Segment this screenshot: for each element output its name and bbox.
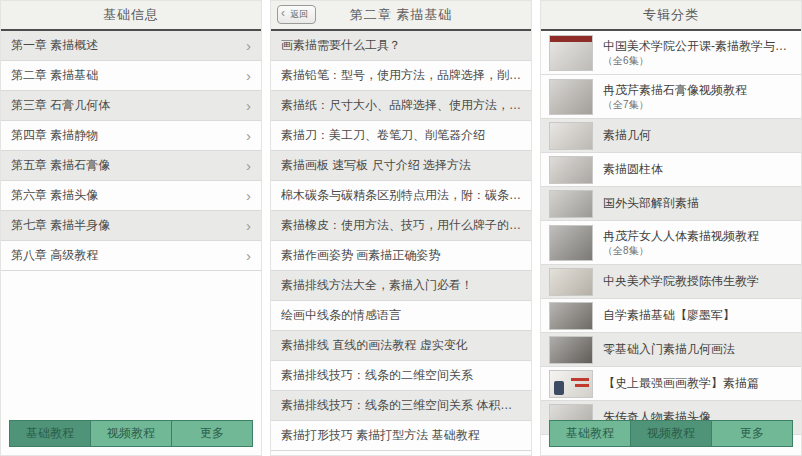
chevron-right-icon: ›	[246, 212, 251, 239]
bottom-tab-bar: 基础教程 视频教程 更多	[9, 420, 253, 447]
tab-basic-tutorial[interactable]: 基础教程	[550, 421, 630, 446]
album-thumbnail	[549, 79, 593, 115]
back-button[interactable]: ‹返回	[277, 5, 316, 24]
album-thumbnail	[549, 190, 593, 218]
thumbnail-figure	[554, 381, 564, 395]
lesson-row[interactable]: 素描纸：尺寸大小、品牌选择、使用方法，详...	[271, 91, 531, 121]
page-title: 基础信息	[103, 7, 159, 22]
chapter-row[interactable]: 第八章 高级教程 ›	[1, 241, 261, 271]
album-row[interactable]: 素描几何	[541, 119, 801, 153]
album-episode-count: （全6集）	[603, 54, 793, 67]
album-row[interactable]: 中国美术学院公开课-素描教学与赏析 （全6集）	[541, 31, 801, 75]
page-title: 专辑分类	[643, 7, 699, 22]
lesson-row[interactable]: 画素描需要什么工具？	[271, 31, 531, 61]
lesson-label: 素描排线方法大全，素描入门必看！	[281, 271, 521, 300]
thumbnail-accent	[571, 378, 589, 381]
chapter-row[interactable]: 第五章 素描石膏像 ›	[1, 151, 261, 181]
lesson-label: 素描铅笔：型号，使用方法，品牌选择，削铅...	[281, 61, 521, 90]
chapter-label: 第五章 素描石膏像	[11, 151, 240, 180]
panel-header: 专辑分类	[541, 1, 801, 31]
basic-info-panel: 基础信息 第一章 素描概述 › 第二章 素描基础 › 第三章 石膏几何体 › 第…	[0, 0, 262, 456]
album-title: 中央美术学院教授陈伟生教学	[603, 274, 759, 289]
lesson-label: 素描打形技巧 素描打型方法 基础教程	[281, 421, 521, 450]
lesson-row[interactable]: 素描排线技巧：线条的三维空间关系 体积的塑造	[271, 391, 531, 421]
tab-more[interactable]: 更多	[711, 421, 792, 446]
album-episode-count: （全7集）	[603, 98, 747, 111]
lesson-row[interactable]: 素描排线方法大全，素描入门必看！	[271, 271, 531, 301]
chapter-label: 第六章 素描头像	[11, 181, 240, 210]
chapter-detail-panel: ‹返回 第二章 素描基础 画素描需要什么工具？ 素描铅笔：型号，使用方法，品牌选…	[270, 0, 532, 456]
lesson-row[interactable]: 素描刀：美工刀、卷笔刀、削笔器介绍	[271, 121, 531, 151]
album-thumbnail	[549, 336, 593, 364]
lesson-label: 素描作画姿势 画素描正确姿势	[281, 241, 521, 270]
album-thumbnail	[549, 122, 593, 150]
album-row[interactable]: 冉茂芹素描石膏像视频教程 （全7集）	[541, 75, 801, 119]
lesson-row[interactable]: 素描排线技巧：线条的二维空间关系	[271, 361, 531, 391]
album-row[interactable]: 【史上最强画画教学】素描篇	[541, 367, 801, 401]
chapter-row[interactable]: 第七章 素描半身像 ›	[1, 211, 261, 241]
bottom-tab-bar: 基础教程 视频教程 更多	[549, 420, 793, 447]
album-row[interactable]: 素描圆柱体	[541, 153, 801, 187]
chapter-label: 第八章 高级教程	[11, 241, 240, 270]
lesson-row[interactable]: 绘画中线条的情感语言	[271, 301, 531, 331]
lesson-label: 素描排线 直线的画法教程 虚实变化	[281, 331, 521, 360]
lesson-label: 棉木碳条与碳精条区别特点用法，附：碳条素...	[281, 181, 521, 210]
album-category-panel: 专辑分类 中国美术学院公开课-素描教学与赏析 （全6集） 冉茂芹素描石膏像视频教…	[540, 0, 802, 456]
chapter-label: 第四章 素描静物	[11, 121, 240, 150]
album-row[interactable]: 自学素描基础【廖墨军】	[541, 299, 801, 333]
panel-header: ‹返回 第二章 素描基础	[271, 1, 531, 31]
back-chevron-icon: ‹	[281, 5, 285, 22]
chapter-row[interactable]: 第四章 素描静物 ›	[1, 121, 261, 151]
lesson-row[interactable]: 素描画板 速写板 尺寸介绍 选择方法	[271, 151, 531, 181]
tab-video-tutorial[interactable]: 视频教程	[90, 421, 171, 446]
album-title: 中国美术学院公开课-素描教学与赏析	[603, 39, 793, 54]
thumbnail-accent	[575, 384, 589, 387]
chapter-row[interactable]: 第一章 素描概述 ›	[1, 31, 261, 61]
lesson-list: 画素描需要什么工具？ 素描铅笔：型号，使用方法，品牌选择，削铅... 素描纸：尺…	[271, 31, 531, 451]
album-list: 中国美术学院公开课-素描教学与赏析 （全6集） 冉茂芹素描石膏像视频教程 （全7…	[541, 31, 801, 435]
lesson-label: 素描排线技巧：线条的二维空间关系	[281, 361, 521, 390]
chapter-list: 第一章 素描概述 › 第二章 素描基础 › 第三章 石膏几何体 › 第四章 素描…	[1, 31, 261, 271]
lesson-label: 素描排线技巧：线条的三维空间关系 体积的塑造	[281, 391, 521, 420]
chevron-right-icon: ›	[246, 182, 251, 209]
chapter-label: 第二章 素描基础	[11, 61, 240, 90]
lesson-label: 素描纸：尺寸大小、品牌选择、使用方法，详...	[281, 91, 521, 120]
chapter-label: 第三章 石膏几何体	[11, 91, 240, 120]
panel-header: 基础信息	[1, 1, 261, 31]
album-episode-count: （全8集）	[603, 244, 759, 257]
album-title: 国外头部解剖素描	[603, 196, 699, 211]
lesson-row[interactable]: 素描打形技巧 素描打型方法 基础教程	[271, 421, 531, 451]
album-title: 零基础入门素描几何画法	[603, 342, 735, 357]
album-row[interactable]: 零基础入门素描几何画法	[541, 333, 801, 367]
album-row[interactable]: 中央美术学院教授陈伟生教学	[541, 265, 801, 299]
page-title: 第二章 素描基础	[350, 7, 453, 22]
tab-video-tutorial[interactable]: 视频教程	[630, 421, 711, 446]
album-thumbnail	[549, 268, 593, 296]
chevron-right-icon: ›	[246, 242, 251, 269]
lesson-row[interactable]: 素描作画姿势 画素描正确姿势	[271, 241, 531, 271]
app-screens: 基础信息 第一章 素描概述 › 第二章 素描基础 › 第三章 石膏几何体 › 第…	[0, 0, 802, 456]
chevron-right-icon: ›	[246, 92, 251, 119]
album-title: 冉茂芹女人人体素描视频教程	[603, 229, 759, 244]
album-row[interactable]: 冉茂芹女人人体素描视频教程 （全8集）	[541, 221, 801, 265]
chapter-row[interactable]: 第六章 素描头像 ›	[1, 181, 261, 211]
album-title: 冉茂芹素描石膏像视频教程	[603, 83, 747, 98]
album-title: 素描几何	[603, 128, 651, 143]
tab-more[interactable]: 更多	[171, 421, 252, 446]
lesson-row[interactable]: 棉木碳条与碳精条区别特点用法，附：碳条素...	[271, 181, 531, 211]
lesson-row[interactable]: 素描橡皮：使用方法、技巧，用什么牌子的好？	[271, 211, 531, 241]
lesson-row[interactable]: 素描铅笔：型号，使用方法，品牌选择，削铅...	[271, 61, 531, 91]
album-thumbnail	[549, 370, 593, 398]
album-row[interactable]: 国外头部解剖素描	[541, 187, 801, 221]
chapter-row[interactable]: 第二章 素描基础 ›	[1, 61, 261, 91]
thumbnail-banner	[550, 36, 592, 42]
album-thumbnail	[549, 35, 593, 71]
back-button-label: 返回	[290, 9, 308, 19]
chevron-right-icon: ›	[246, 122, 251, 149]
chapter-row[interactable]: 第三章 石膏几何体 ›	[1, 91, 261, 121]
album-title: 素描圆柱体	[603, 162, 663, 177]
lesson-row[interactable]: 素描排线 直线的画法教程 虚实变化	[271, 331, 531, 361]
lesson-label: 素描画板 速写板 尺寸介绍 选择方法	[281, 151, 521, 180]
tab-basic-tutorial[interactable]: 基础教程	[10, 421, 90, 446]
album-thumbnail	[549, 225, 593, 261]
